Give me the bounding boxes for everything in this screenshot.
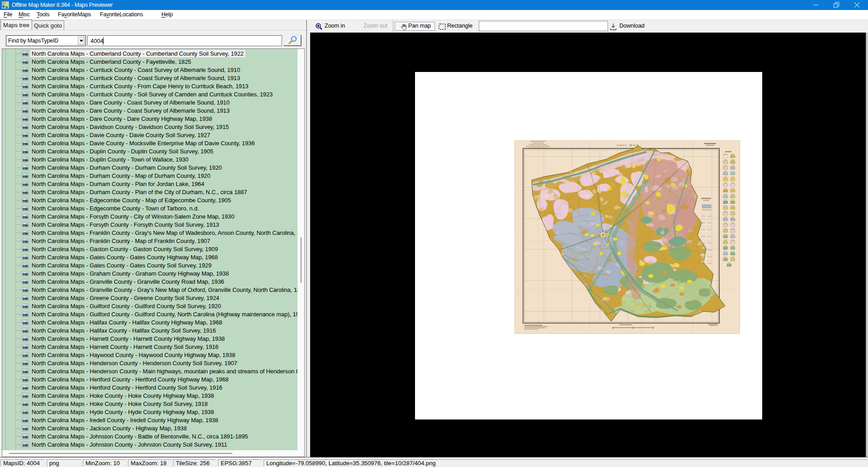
svg-text:SOIL MAP: SOIL MAP xyxy=(617,143,639,147)
